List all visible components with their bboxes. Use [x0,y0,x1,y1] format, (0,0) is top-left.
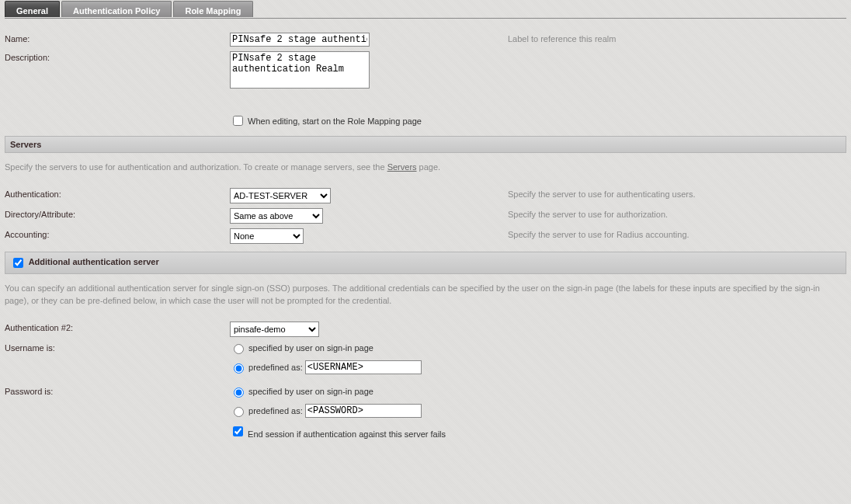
servers-desc-pre: Specify the servers to use for authentic… [5,162,387,172]
servers-desc-post: page. [417,162,441,172]
additional-auth-description: You can specify an additional authentica… [5,282,846,308]
username-specified-radio[interactable] [234,344,244,354]
directory-label: Directory/Attribute: [5,208,230,219]
directory-help: Specify the server to use for authorizat… [502,208,668,219]
tab-general[interactable]: General [5,1,60,17]
authentication-select[interactable]: AD-TEST-SERVER [230,188,331,203]
password-predefined-label: predefined as: [248,406,303,415]
end-session-checkbox[interactable] [233,426,243,436]
authentication-help: Specify the server to use for authentica… [502,188,696,199]
tabs: General Authentication Policy Role Mappi… [5,2,846,19]
password-predefined-input[interactable] [305,404,422,418]
username-predefined-radio[interactable] [234,363,244,374]
username-specified-label: specified by user on sign-in page [248,343,373,353]
end-session-label: End session if authentication against th… [248,429,446,439]
start-on-role-mapping-label: When editing, start on the Role Mapping … [248,116,422,126]
name-input[interactable] [230,33,370,47]
auth2-select[interactable]: pinsafe-demo [230,322,319,337]
password-specified-radio[interactable] [234,388,244,398]
authentication-label: Authentication: [5,188,230,199]
accounting-label: Accounting: [5,228,230,239]
password-predefined-radio[interactable] [234,407,244,417]
username-is-label: Username is: [5,342,230,353]
servers-description: Specify the servers to use for authentic… [5,161,846,174]
additional-auth-header-label: Additional authentication server [29,257,159,266]
auth2-label: Authentication #2: [5,322,230,332]
additional-auth-checkbox[interactable] [13,258,23,268]
username-predefined-label: predefined as: [248,363,303,372]
accounting-help: Specify the server to use for Radius acc… [502,228,689,239]
password-is-label: Password is: [5,385,230,396]
name-label: Name: [5,33,230,43]
password-specified-label: specified by user on sign-in page [248,387,373,396]
accounting-select[interactable]: None [230,228,304,244]
username-predefined-input[interactable] [305,360,422,374]
tab-authentication-policy[interactable]: Authentication Policy [61,1,172,17]
servers-link[interactable]: Servers [387,162,417,172]
directory-select[interactable]: Same as above [230,208,323,224]
tab-role-mapping[interactable]: Role Mapping [173,1,252,17]
name-help: Label to reference this realm [502,33,616,43]
servers-header: Servers [5,136,846,153]
start-on-role-mapping-checkbox[interactable] [233,116,243,126]
description-textarea[interactable]: PINsafe 2 stage authentication Realm [230,51,370,89]
additional-auth-header: Additional authentication server [5,252,846,274]
description-label: Description: [5,51,230,62]
